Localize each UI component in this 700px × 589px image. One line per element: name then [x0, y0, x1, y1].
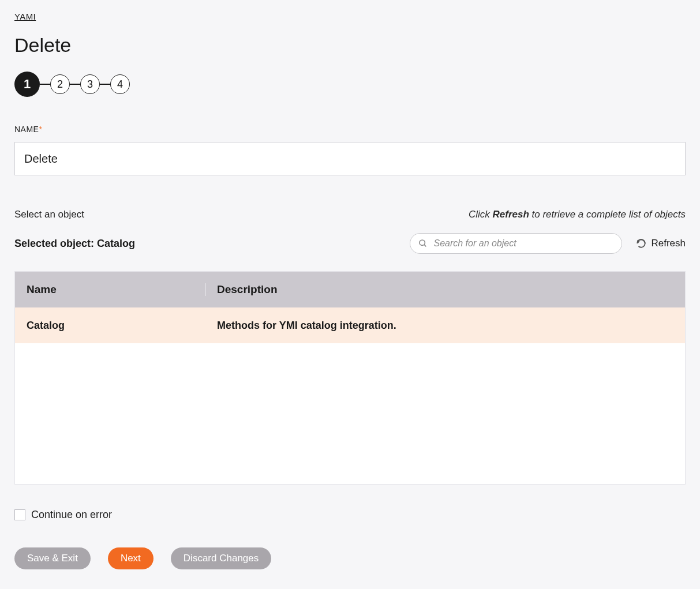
name-input[interactable]: [14, 142, 686, 175]
object-table: Name Description Catalog Methods for YMI…: [14, 271, 686, 485]
refresh-label: Refresh: [651, 238, 686, 249]
step-1[interactable]: 1: [14, 72, 40, 97]
select-object-label: Select an object: [14, 209, 84, 220]
table-header: Name Description: [15, 272, 685, 307]
refresh-hint: Click Refresh to retrieve a complete lis…: [469, 209, 686, 220]
step-connector: [100, 84, 110, 85]
search-wrapper: [410, 233, 622, 254]
continue-on-error-checkbox[interactable]: [14, 509, 25, 520]
refresh-button[interactable]: Refresh: [636, 238, 686, 249]
step-3[interactable]: 3: [80, 74, 100, 94]
continue-on-error-label: Continue on error: [31, 509, 112, 521]
search-icon: [418, 239, 428, 248]
name-field-label: NAME*: [14, 125, 686, 134]
svg-line-1: [424, 245, 426, 246]
row-name: Catalog: [15, 320, 205, 332]
header-description[interactable]: Description: [205, 283, 685, 296]
selected-object-text: Selected object: Catalog: [14, 238, 135, 250]
step-4[interactable]: 4: [110, 74, 130, 94]
stepper: 1 2 3 4: [14, 72, 686, 97]
step-connector: [40, 84, 50, 85]
step-2[interactable]: 2: [50, 74, 70, 94]
svg-point-0: [420, 240, 425, 245]
header-name[interactable]: Name: [15, 283, 205, 296]
breadcrumb-link[interactable]: YAMI: [14, 12, 36, 21]
step-connector: [70, 84, 80, 85]
discard-changes-button[interactable]: Discard Changes: [171, 547, 271, 569]
page-title: Delete: [14, 34, 686, 57]
row-description: Methods for YMI catalog integration.: [205, 320, 685, 332]
table-row[interactable]: Catalog Methods for YMI catalog integrat…: [15, 307, 685, 343]
refresh-icon: [636, 238, 646, 249]
search-input[interactable]: [433, 238, 613, 249]
required-asterisk: *: [39, 125, 42, 134]
save-exit-button[interactable]: Save & Exit: [14, 547, 91, 569]
next-button[interactable]: Next: [108, 547, 154, 569]
